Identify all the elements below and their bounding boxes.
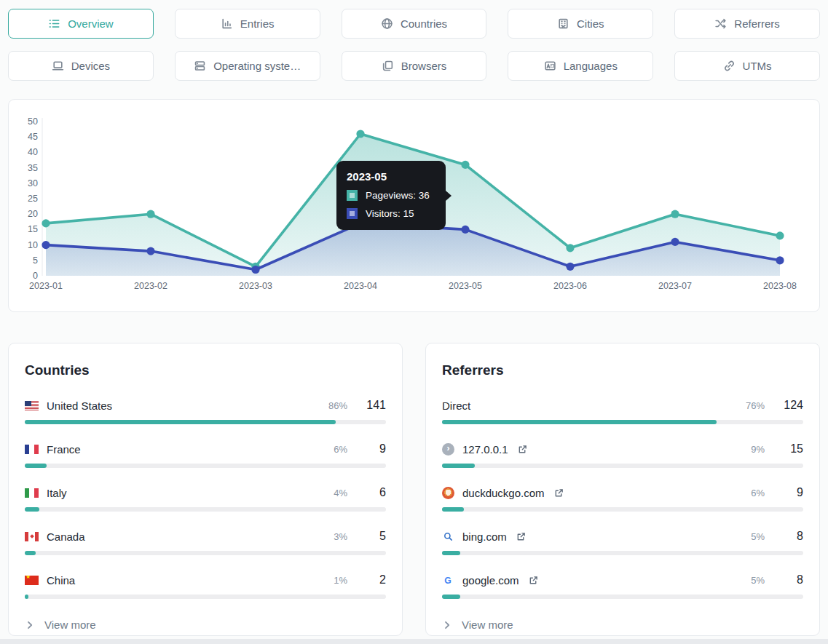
row-top: China1%2 [25,573,386,587]
tab-label: Languages [564,60,618,72]
building-icon [557,17,569,30]
row-percent: 86% [328,400,347,411]
tab-label: Overview [68,17,114,30]
svg-text:2023-08: 2023-08 [763,281,797,291]
countries-row[interactable]: France6%9 [25,442,386,468]
svg-text:2023-06: 2023-06 [553,281,587,291]
row-value: 9 [782,486,803,499]
tab-label: Devices [71,60,110,72]
row-name[interactable]: duckduckgo.com [462,487,545,499]
view-more-label: View more [44,619,96,631]
referrers-title: Referrers [442,362,803,378]
row-name[interactable]: bing.com [462,530,507,543]
row-progress-track [442,507,803,512]
tab-cities[interactable]: Cities [508,9,653,39]
tab-label: Referrers [734,17,780,30]
tab-label: Countries [401,17,447,30]
row-top: France6%9 [25,442,386,456]
svg-text:30: 30 [28,178,38,188]
series-legend-swatch [347,190,358,201]
svg-text:15: 15 [28,224,38,234]
tooltip-date: 2023-05 [347,170,435,183]
row-value: 124 [782,399,803,412]
countries-row[interactable]: Italy4%6 [25,485,386,512]
row-progress-track [442,464,803,468]
row-value: 9 [365,442,386,456]
tab-browsers[interactable]: Browsers [342,51,487,81]
tab-referrers[interactable]: Referrers [674,9,820,39]
tab-languages[interactable]: Languages [508,51,653,81]
chevron-right-icon [442,620,452,630]
row-progress-fill [25,595,28,599]
referrers-card: ReferrersDirect76%124›127.0.0.19%15duckd… [425,343,820,636]
referrers-row[interactable]: ›127.0.0.19%15 [442,442,803,468]
tooltip-row-text: Visitors: 15 [366,208,414,219]
external-link-icon[interactable] [516,532,526,541]
row-progress-fill [25,420,336,424]
countries-row[interactable]: China1%2 [25,573,386,599]
translate-icon [544,60,556,72]
row-name[interactable]: United States [47,399,112,412]
row-top: ›127.0.0.19%15 [442,442,803,456]
row-percent: 1% [334,575,347,586]
countries-view-more-link[interactable]: View more [25,619,386,631]
traffic-chart-card: 051015202530354045502023-012023-022023-0… [8,99,820,312]
external-link-icon[interactable] [518,445,527,454]
tab-label: Operating syste… [213,60,301,72]
row-progress-track [25,595,386,599]
row-value: 141 [365,399,386,412]
row-name[interactable]: China [47,574,75,587]
row-name[interactable]: google.com [462,574,519,587]
referrers-row[interactable]: Ggoogle.com5%8 [442,573,803,599]
favicon-google-icon: G [442,574,454,587]
tab-overview[interactable]: Overview [8,9,154,39]
countries-row[interactable]: United States86%141 [25,398,386,424]
countries-card: CountriesUnited States86%141France6%9Ita… [8,343,403,636]
referrers-row[interactable]: bing.com5%8 [442,529,803,555]
tooltip-row-text: Pageviews: 36 [366,190,430,201]
tab-devices[interactable]: Devices [8,51,154,81]
svg-text:2023-07: 2023-07 [658,281,692,291]
row-name[interactable]: 127.0.0.1 [462,443,508,456]
referrers-row[interactable]: duckduckgo.com6%9 [442,485,803,512]
svg-text:0: 0 [33,271,38,281]
tab-label: UTMs [743,60,772,72]
svg-text:20: 20 [28,209,38,219]
row-progress-fill [25,464,47,468]
row-name[interactable]: Italy [47,487,67,499]
row-name[interactable]: Canada [47,530,85,543]
referrers-row[interactable]: Direct76%124 [442,398,803,424]
svg-text:5: 5 [33,255,38,266]
tab-countries[interactable]: Countries [342,9,487,39]
flag-ca-icon [25,532,39,541]
row-value: 6 [365,486,386,499]
row-value: 15 [782,442,803,456]
tab-entries[interactable]: Entries [175,9,320,39]
favicon-ddg-icon [442,487,454,499]
row-name[interactable]: France [47,443,81,456]
row-value: 8 [782,530,803,543]
row-percent: 3% [334,531,347,542]
referrers-view-more-link[interactable]: View more [442,619,803,631]
tab-operating-systems[interactable]: Operating syste… [175,51,320,81]
chart-tooltip: 2023-05 Pageviews: 36Visitors: 15 [336,161,446,230]
external-link-icon[interactable] [554,488,564,498]
row-top: Italy4%6 [25,485,386,500]
row-name[interactable]: Direct [442,399,470,412]
tooltip-row: Visitors: 15 [347,208,435,219]
row-top: Canada3%5 [25,529,386,544]
svg-text:2023-02: 2023-02 [134,281,167,291]
row-progress-track [442,551,803,555]
tab-label: Browsers [401,60,447,72]
row-top: bing.com5%8 [442,529,803,544]
row-top: duckduckgo.com6%9 [442,485,803,500]
breakdown-cards: CountriesUnited States86%141France6%9Ita… [8,343,820,636]
chevron-right-icon [25,620,35,630]
tab-label: Cities [577,17,604,30]
flag-us-icon [25,401,39,410]
countries-row[interactable]: Canada3%5 [25,529,386,555]
external-link-icon[interactable] [529,576,538,585]
row-percent: 5% [751,531,765,542]
server-icon [194,60,206,72]
tab-utms[interactable]: UTMs [674,51,820,81]
